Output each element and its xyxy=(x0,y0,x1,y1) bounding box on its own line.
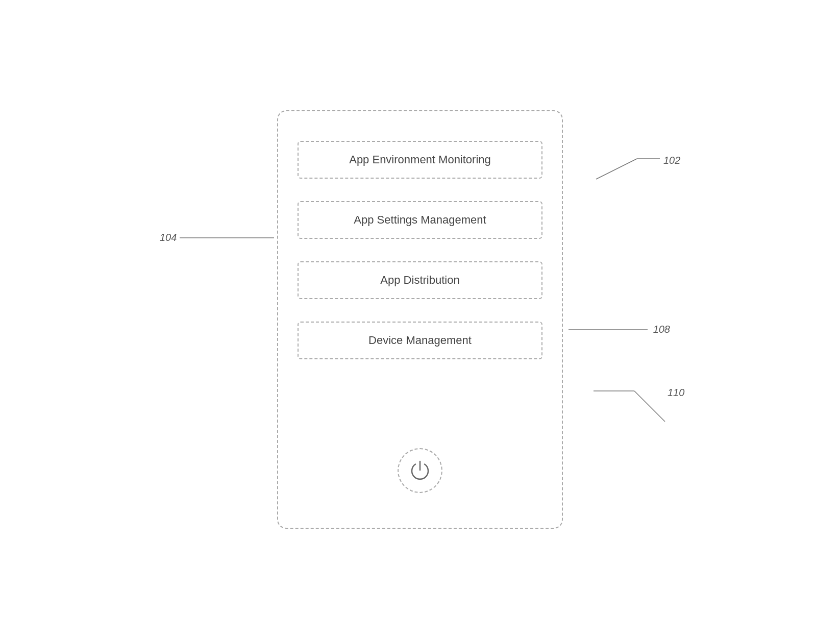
annotation-label-102: 102 xyxy=(663,155,680,166)
annotation-110: 110 xyxy=(594,386,680,427)
menu-item-label: App Settings Management xyxy=(354,213,486,226)
power-icon xyxy=(408,459,432,482)
menu-items-container: App Environment Monitoring App Settings … xyxy=(298,141,542,359)
menu-item-device-management[interactable]: Device Management xyxy=(298,322,542,359)
menu-item-label: App Environment Monitoring xyxy=(349,153,491,166)
menu-item-label: App Distribution xyxy=(380,274,459,286)
annotation-104: 104 xyxy=(160,232,277,243)
power-button-container xyxy=(398,448,442,493)
menu-item-app-environment-monitoring[interactable]: App Environment Monitoring xyxy=(298,141,542,179)
menu-item-app-distribution[interactable]: App Distribution xyxy=(298,261,542,299)
annotation-102: 102 xyxy=(596,154,662,182)
annotation-108: 108 xyxy=(569,324,670,335)
annotation-label-104: 104 xyxy=(160,232,177,243)
power-button[interactable] xyxy=(398,448,442,493)
annotation-label-110: 110 xyxy=(668,387,684,399)
diagram-wrapper: App Environment Monitoring App Settings … xyxy=(0,0,840,639)
svg-line-6 xyxy=(634,391,665,422)
diagram-container: App Environment Monitoring App Settings … xyxy=(277,110,563,529)
svg-line-1 xyxy=(596,159,637,179)
annotation-label-108: 108 xyxy=(653,324,670,335)
menu-item-label: Device Management xyxy=(368,334,472,347)
menu-item-app-settings-management[interactable]: App Settings Management xyxy=(298,201,542,239)
